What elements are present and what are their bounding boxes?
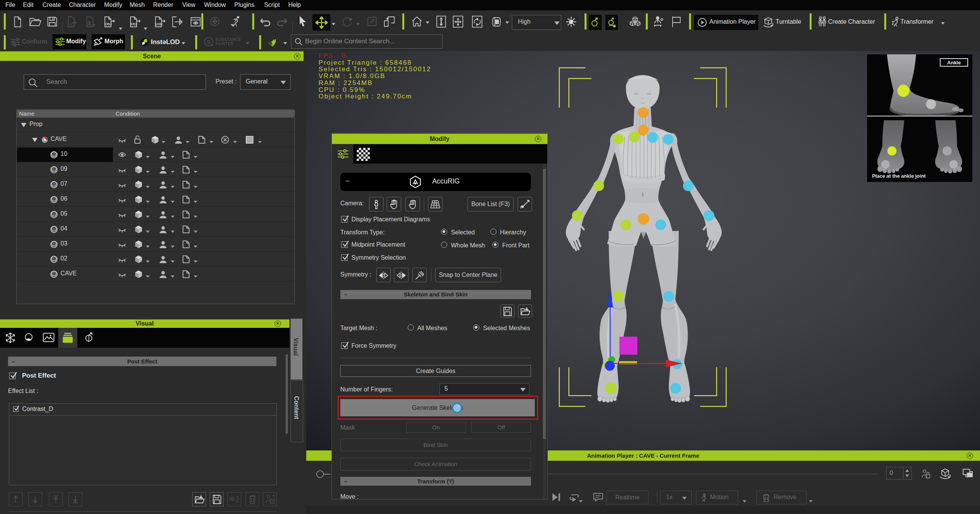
svg-text:IC: IC [70, 23, 74, 26]
svg-text:S: S [207, 39, 211, 45]
svg-text:USD: USD [156, 22, 163, 26]
svg-text:OBJ: OBJ [105, 22, 112, 26]
svg-text:FBX: FBX [131, 22, 137, 26]
svg-text:RE: RE [229, 497, 235, 501]
